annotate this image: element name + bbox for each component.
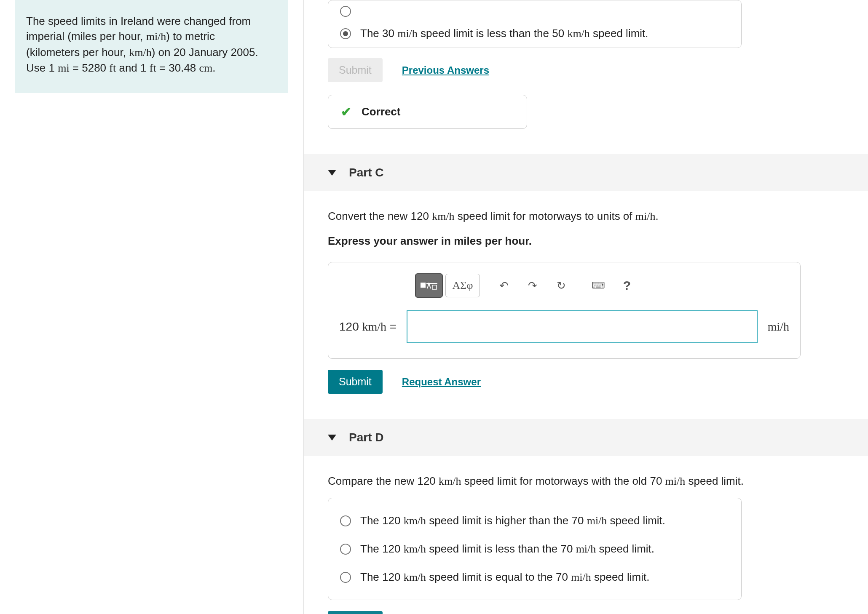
undo-button[interactable]: ↶ <box>491 274 517 297</box>
partB-previous-answers-link[interactable]: Previous Answers <box>402 64 489 76</box>
partD-option-2: The 120 km/h speed limit is less than th… <box>328 535 741 563</box>
partC-answer-box: ΑΣφ ↶ ↷ ↻ ⌨ ? 120 km/h = mi/h <box>328 262 801 359</box>
partB-feedback: ✔ Correct <box>328 95 527 129</box>
answer-lhs: 120 km/h = <box>339 320 396 334</box>
keyboard-button[interactable]: ⌨ <box>585 274 611 297</box>
problem-context: The speed limits in Ireland were changed… <box>15 0 288 93</box>
redo-button[interactable]: ↷ <box>520 274 546 297</box>
caret-down-icon <box>328 170 336 176</box>
answer-rhs: mi/h <box>768 320 789 334</box>
svg-rect-0 <box>421 283 426 288</box>
partC-request-answer-link[interactable]: Request Answer <box>402 376 481 388</box>
partC-prompt: Convert the new 120 km/h speed limit for… <box>328 208 855 224</box>
caret-down-icon <box>328 435 336 440</box>
partC-submit-button[interactable]: Submit <box>328 370 383 394</box>
svg-rect-1 <box>432 285 437 289</box>
partC-header[interactable]: Part C <box>304 154 868 191</box>
partD-header[interactable]: Part D <box>304 419 868 456</box>
partC-title: Part C <box>349 166 383 179</box>
help-button[interactable]: ? <box>614 274 640 297</box>
radio-unselected[interactable] <box>340 515 351 526</box>
greek-button[interactable]: ΑΣφ <box>445 274 480 297</box>
partC-instruction: Express your answer in miles per hour. <box>328 233 855 249</box>
equation-toolbar: ΑΣφ ↶ ↷ ↻ ⌨ ? <box>415 273 789 298</box>
partD-title: Part D <box>349 431 383 444</box>
partB-option-selected: The 30 mi/h speed limit is less than the… <box>360 27 648 40</box>
partB-choices: x The 30 mi/h speed limit is less than t… <box>328 0 742 48</box>
feedback-text: Correct <box>362 105 400 118</box>
partD-choices: The 120 km/h speed limit is higher than … <box>328 498 742 600</box>
radio-unselected[interactable] <box>340 6 351 17</box>
check-icon: ✔ <box>341 104 351 119</box>
radio-unselected[interactable] <box>340 544 351 555</box>
reset-button[interactable]: ↻ <box>548 274 574 297</box>
templates-button[interactable] <box>415 273 443 298</box>
radio-selected[interactable] <box>340 28 351 39</box>
partB-submit-button: Submit <box>328 58 383 82</box>
partD-option-3: The 120 km/h speed limit is equal to the… <box>328 563 741 591</box>
partD-option-1: The 120 km/h speed limit is higher than … <box>328 507 741 535</box>
partD-prompt: Compare the new 120 km/h speed limit for… <box>328 473 855 489</box>
partC-answer-input[interactable] <box>407 310 757 343</box>
radio-unselected[interactable] <box>340 572 351 583</box>
partD-submit-button[interactable]: Submit <box>328 611 383 614</box>
